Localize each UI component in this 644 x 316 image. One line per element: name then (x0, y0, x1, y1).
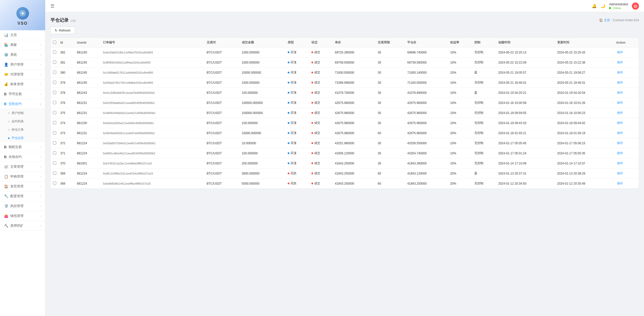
type-dot-icon (288, 183, 289, 184)
action-button[interactable]: 操作 (616, 90, 624, 95)
sidebar-item-home-mgmt[interactable]: 🏠 首页管理 › (0, 182, 45, 191)
action-button[interactable]: 操作 (616, 120, 624, 126)
sidebar-item-coin-trade[interactable]: B 币币交易 › (0, 89, 45, 99)
type-dot-icon (288, 82, 289, 83)
type-label: 买涨 (290, 60, 297, 65)
sidebar-item-home[interactable]: 📊 主页 (0, 30, 45, 40)
row-order-no: Sn6881cd8cb4b211eea0634095d50000b2 (101, 148, 205, 158)
action-button[interactable]: 操作 (616, 70, 624, 75)
sidebar-item-perpetual[interactable]: B 永续合约 › (0, 152, 45, 162)
submenu-item-hold-order[interactable]: 持仓订单 (0, 126, 45, 134)
row-id: 371 (58, 148, 75, 158)
row-pair: BTC/USDT (205, 98, 240, 108)
row-order-no: Sn506a0736175f11efb8be0242cd5e89f3 (101, 78, 205, 88)
select-all-checkbox[interactable] (53, 41, 56, 44)
row-checkbox[interactable] (53, 161, 56, 165)
action-button[interactable]: 操作 (616, 130, 624, 136)
sidebar-item-label: 代理管理 (10, 72, 23, 77)
row-close-price: 69696.740000 (405, 47, 448, 58)
action-button[interactable]: 操作 (616, 50, 624, 55)
row-checkbox[interactable] (53, 71, 56, 74)
sidebar-item-user-mgmt[interactable]: 👤 用户管理 › (0, 60, 45, 70)
sidebar-item-contract[interactable]: B 交割合约 ∨ (0, 99, 45, 109)
action-button[interactable]: 操作 (616, 140, 624, 146)
row-updated: 2024-01-17 05:06:15 (555, 138, 614, 148)
sidebar-item-agent-mgmt[interactable]: 🤝 代理管理 › (0, 70, 45, 79)
sidebar-item-mining[interactable]: ⛏️ 质押挖矿 › (0, 221, 45, 231)
row-price: 43306.120000 (333, 148, 376, 158)
row-order-no: Sn9549af42b56111eeb97a4095d50000b2 (101, 128, 205, 138)
refresh-button[interactable]: ↻ Refresh (50, 27, 75, 34)
chevron-right-icon: › (40, 205, 41, 208)
mining-icon: ⛏️ (4, 224, 8, 228)
row-amount: 100.000000 (240, 148, 286, 158)
hamburger-icon[interactable]: ☰ (50, 3, 54, 9)
sidebar-item-article-mgmt[interactable]: 📰 文章管理 › (0, 162, 45, 172)
type-dot-icon (288, 51, 289, 53)
row-updated: 2024-01-13 20:38:29 (555, 168, 614, 179)
row-control: 无控制 (472, 78, 496, 88)
submenu-item-close-record[interactable]: 平仓记录 (0, 134, 45, 142)
table-row: 371 881224 Sn6881cd8cb4b211eea0634095d50… (51, 148, 639, 158)
power-button[interactable]: ⏻ (632, 3, 639, 10)
row-checkbox[interactable] (53, 151, 56, 155)
row-updated: 2024-01-19 04:20:54 (555, 88, 614, 98)
row-checkbox[interactable] (53, 101, 56, 104)
row-checkbox-cell (51, 78, 58, 88)
chevron-right-icon: › (40, 195, 41, 198)
breadcrumb-home-link[interactable]: 主页 (604, 18, 610, 22)
type-dot-icon (288, 122, 289, 124)
th-control: 控制 (472, 38, 496, 47)
action-button[interactable]: 操作 (616, 80, 624, 85)
row-price: 71099.990000 (333, 78, 376, 88)
sidebar-item-merchant[interactable]: 🏪 商家 › (0, 40, 45, 50)
sidebar-item-config-mgmt[interactable]: 🔧 配置管理 › (0, 191, 45, 201)
row-userid: 881231 (75, 108, 101, 118)
submenu-dot-icon (8, 112, 10, 114)
action-button[interactable]: 操作 (616, 161, 624, 166)
sidebar-item-options[interactable]: B 期权交易 › (0, 142, 45, 152)
row-checkbox[interactable] (53, 131, 56, 134)
action-button[interactable]: 操作 (616, 181, 624, 186)
row-amount: 10000.000000 (240, 68, 286, 78)
row-updated: 2024-01-14 17:10:37 (555, 158, 614, 168)
th-type: 类型 (286, 38, 309, 47)
action-button[interactable]: 操作 (616, 151, 624, 156)
row-checkbox[interactable] (53, 171, 56, 175)
sidebar-item-risk-ctrl[interactable]: 🛡️ 风控管理 › (0, 201, 45, 211)
action-button[interactable]: 操作 (616, 60, 624, 65)
row-type: 买涨 (286, 98, 309, 108)
sidebar-item-finance-mgmt[interactable]: 💰 财务管理 › (0, 79, 45, 89)
sidebar-item-label: 财务管理 (10, 82, 23, 87)
theme-icon[interactable]: 🌙 (600, 4, 605, 8)
content: 平仓记录 List 🏠 主页 / Contract-Order-Exit ↻ R… (45, 12, 644, 316)
row-checkbox[interactable] (53, 91, 56, 94)
row-id: 375 (58, 108, 75, 118)
row-id: 376 (58, 98, 75, 108)
row-checkbox[interactable] (53, 182, 56, 185)
submenu-item-contract-list[interactable]: 合约列表 (0, 117, 45, 126)
submenu-item-user-ctrl[interactable]: 用户控制 (0, 109, 45, 117)
th-created: 创建时间 (496, 38, 555, 47)
type-dot-icon (288, 173, 289, 174)
action-button[interactable]: 操作 (616, 110, 624, 116)
sidebar-item-system[interactable]: ⚙️ 系统 › (0, 50, 45, 60)
row-checkbox[interactable] (53, 50, 56, 54)
row-checkbox[interactable] (53, 111, 56, 114)
row-checkbox[interactable] (53, 141, 56, 145)
sidebar-item-wallet-mgmt[interactable]: 👛 钱包管理 › (0, 211, 45, 221)
data-table: Id UserId 订单编号 交易对 成交金额 类型 状态 单价 交易周期 平仓… (51, 38, 639, 188)
row-created: 2024-01-18 01:55:21 (496, 128, 555, 138)
row-type: 买跌 (286, 168, 309, 179)
row-amount: 10.000000 (240, 138, 286, 148)
row-checkbox[interactable] (53, 121, 56, 124)
table-row: 378 881243 Sn011590b4b63f11eead7b4095d50… (51, 88, 639, 98)
row-checkbox[interactable] (53, 61, 56, 64)
th-checkbox (51, 38, 58, 47)
sidebar-item-apply-mgmt[interactable]: 📋 申购管理 › (0, 172, 45, 182)
row-action: 操作 (614, 108, 639, 118)
row-checkbox[interactable] (53, 81, 56, 84)
action-button[interactable]: 操作 (616, 100, 624, 105)
notification-icon[interactable]: 🔔 (592, 4, 597, 8)
action-button[interactable]: 操作 (616, 171, 624, 176)
